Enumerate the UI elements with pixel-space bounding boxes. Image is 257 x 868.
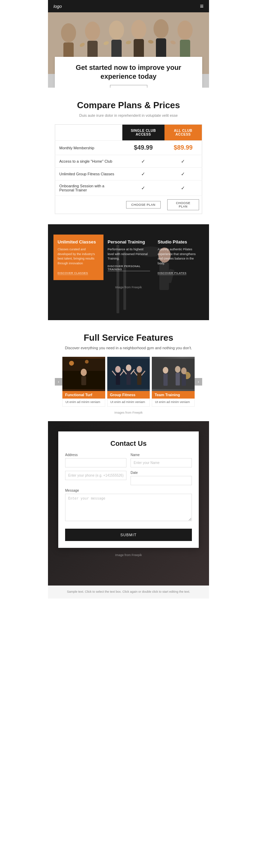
contact-section: Contact Us Address Name Date Message [48,421,209,586]
svg-point-29 [85,360,89,364]
name-input[interactable] [131,458,192,467]
feature-desc-group: Ut enim ad minim veniam [107,399,150,407]
checkmark-icon: ✓ [181,171,185,177]
join-now-button[interactable]: JOIN NOW [110,85,147,88]
team-svg [152,357,195,391]
promo-section: Unlimited Classes Classes curated and de… [48,224,209,320]
promo-link-unlimited[interactable]: DISCOVER CLASSES [58,272,88,275]
promo-card-personal: Personal Training Performance at its hig… [103,235,154,280]
name-col: Name [131,453,192,467]
price-single: $49.99 [122,141,164,155]
svg-rect-38 [126,371,131,385]
name-label: Name [131,453,192,457]
row-label-membership: Monthly Membership [55,141,122,155]
row-label-fitness: Unlimited Group Fitness Classes [55,168,122,180]
promo-credit: Image from Freepik [53,286,204,289]
svg-rect-42 [137,373,141,385]
promo-title-unlimited: Unlimited Classes [58,239,100,244]
address-col: Address [65,453,126,467]
table-header-empty [55,125,122,141]
compare-section: Compare Plans & Prices Duis aute irure d… [48,88,209,224]
features-title: Full Service Features [55,332,202,343]
checkmark-icon: ✓ [181,159,185,164]
feature-card-team: Team Training Ut enim ad minim veniam [152,357,195,407]
check-onboarding-single: ✓ [122,180,164,196]
feature-carousel: ‹ Functional Turf Ut enim ad [55,357,202,407]
promo-grid: Unlimited Classes Classes curated and de… [53,235,204,280]
feature-card-turf: Functional Turf Ut enim ad minim veniam [62,357,105,407]
checkmark-icon: ✓ [181,185,185,191]
choose-plan-all-button[interactable]: CHOOSE PLAN [167,199,199,210]
table-row-cta: CHOOSE PLAN CHOOSE PLAN [55,196,202,214]
price-all: $89.99 [164,141,202,155]
logo: logo [53,4,62,9]
date-input[interactable] [131,476,192,485]
pricing-table: SINGLE CLUB ACCESS ALL CLUB ACCESS Month… [55,124,202,214]
feature-label-turf: Functional Turf [62,391,105,399]
address-input[interactable] [65,458,126,467]
checkmark-icon: ✓ [141,185,145,191]
message-field: Message [65,489,192,523]
carousel-next-button[interactable]: › [195,378,202,386]
feature-img-group [107,357,150,391]
svg-point-51 [181,367,187,374]
promo-desc-personal: Performance at its highest level with re… [108,247,150,261]
table-row-price: Monthly Membership $49.99 $89.99 [55,141,202,155]
promo-link-personal[interactable]: DISCOVER PERSONAL TRAINING [108,265,150,271]
svg-point-41 [136,366,142,373]
submit-button[interactable]: SUBMIT [65,529,192,541]
svg-rect-49 [176,373,180,385]
hero-card: Get started now to improve your experien… [55,57,202,88]
hero-headline: Get started now to improve your experien… [62,63,195,81]
address-label: Address [65,453,126,457]
promo-link-pilates[interactable]: DISCOVER PILATES [158,272,186,275]
check-onboarding-all: ✓ [164,180,202,196]
row-label-onboarding: Onboarding Session with a Personal Train… [55,180,122,196]
message-textarea[interactable] [65,494,192,521]
svg-point-46 [163,367,168,374]
compare-title: Compare Plans & Prices [55,100,202,111]
hamburger-menu[interactable]: ≡ [200,3,204,10]
feature-cards-container: Functional Turf Ut enim ad minim veniam [62,357,195,407]
promo-desc-unlimited: Classes curated and developed by the ind… [58,247,100,266]
phone-col [65,471,126,485]
table-header-single: SINGLE CLUB ACCESS [122,125,164,141]
date-label: Date [131,471,192,475]
feature-desc-turf: Ut enim ad minim veniam [62,399,105,407]
svg-point-33 [115,366,121,373]
checkmark-icon: ✓ [141,159,145,164]
contact-card: Contact Us Address Name Date Message [58,431,199,548]
svg-point-48 [175,366,181,373]
svg-rect-52 [182,374,186,386]
feature-desc-team: Ut enim ad minim veniam [152,399,195,407]
checkmark-icon: ✓ [141,171,145,177]
features-subtitle: Discover everything you need in a neighb… [55,346,202,350]
feature-card-group: Group Fitness Ut enim ad minim veniam [107,357,150,407]
hero-section: Get started now to improve your experien… [48,12,209,88]
choose-plan-all-cell: CHOOSE PLAN [164,196,202,214]
choose-plan-single-button[interactable]: CHOOSE PLAN [126,201,161,209]
footer-note: Sample text. Click to select the text bo… [48,586,209,599]
check-home-all: ✓ [164,155,202,168]
phone-input[interactable] [65,471,126,480]
feature-label-group: Group Fitness [107,391,150,399]
header: logo ≡ [48,0,209,12]
svg-rect-34 [116,373,120,385]
turf-svg [62,357,105,391]
feature-img-team [152,357,195,391]
table-row-home-club: Access to a single "Home" Club ✓ ✓ [55,155,202,168]
table-row-fitness: Unlimited Group Fitness Classes ✓ ✓ [55,168,202,180]
promo-title-personal: Personal Training [108,239,150,244]
svg-rect-31 [81,376,86,385]
promo-card-unlimited: Unlimited Classes Classes curated and de… [53,235,103,280]
promo-title-pilates: Studio Pilates [158,239,200,244]
date-col: Date [131,471,192,485]
svg-point-37 [126,364,131,371]
group-svg [107,357,150,391]
promo-card-pilates: Studio Pilates A purely authentic Pilate… [154,235,204,280]
message-label: Message [65,489,192,492]
contact-form-row-1: Address Name [65,453,192,467]
feature-img-turf [62,357,105,391]
row-label-home-club: Access to a single "Home" Club [55,155,122,168]
carousel-prev-button[interactable]: ‹ [55,378,62,386]
